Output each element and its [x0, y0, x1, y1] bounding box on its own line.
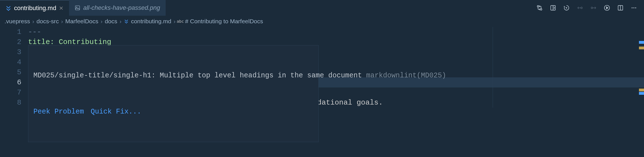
svg-point-3 [540, 9, 542, 10]
tooltip-source: markdownlint(MD025) [366, 71, 446, 80]
minimap-marker [639, 92, 644, 95]
markdown-icon [124, 19, 129, 24]
svg-point-14 [635, 7, 636, 8]
gutter: 1 2 3 4 5 6 7 8 [0, 27, 28, 108]
image-icon [75, 5, 80, 11]
overview-ruler[interactable] [639, 27, 644, 139]
next-change-icon[interactable] [590, 4, 597, 11]
line-number: 7 [17, 88, 21, 97]
chevron-right-icon: › [101, 18, 102, 25]
chevron-right-icon: › [61, 18, 63, 25]
more-icon[interactable] [631, 4, 637, 11]
tooltip-text: MD025/single-title/single-h1: Multiple t… [33, 71, 366, 80]
breadcrumb-segment[interactable]: # Contributing to MarfeelDocs [185, 18, 263, 25]
svg-point-2 [537, 6, 539, 7]
editor-toolbar [536, 4, 644, 11]
svg-point-12 [632, 7, 633, 8]
split-editor-icon[interactable] [617, 4, 624, 11]
tab-image[interactable]: all-checks-have-passed.png [69, 0, 166, 16]
breadcrumb-segment[interactable]: .vuepress [4, 18, 30, 25]
peek-problem-link[interactable]: Peek Problem [33, 107, 84, 117]
minimap-marker [639, 89, 644, 91]
svg-rect-0 [76, 6, 80, 10]
breadcrumb[interactable]: .vuepress › docs-src › MarfeelDocs › doc… [0, 16, 644, 27]
markdown-icon [6, 5, 11, 11]
code-content[interactable]: --- title: Contributing MD025/single-tit… [28, 27, 644, 108]
breadcrumb-segment[interactable]: docs [105, 18, 117, 25]
prev-change-icon[interactable] [577, 4, 583, 11]
problem-hover-tooltip: MD025/single-title/single-h1: Multiple t… [28, 45, 319, 142]
tab-contributing[interactable]: contributing.md [0, 0, 69, 16]
chevron-right-icon: › [173, 18, 175, 25]
chevron-right-icon: › [120, 18, 122, 25]
code-editor[interactable]: 1 2 3 4 5 6 7 8 --- title: Contributing … [0, 27, 644, 108]
svg-point-8 [591, 7, 593, 9]
svg-point-7 [581, 7, 583, 9]
git-compare-icon[interactable] [536, 4, 543, 11]
line-number: 8 [17, 98, 21, 107]
breadcrumb-segment[interactable]: docs-src [36, 18, 59, 25]
svg-point-13 [633, 7, 634, 8]
line-number: 3 [17, 48, 21, 56]
tab-label: all-checks-have-passed.png [83, 4, 160, 11]
line-number: 5 [17, 68, 21, 77]
tooltip-message: MD025/single-title/single-h1: Multiple t… [33, 70, 313, 81]
line-number: 4 [17, 58, 21, 66]
minimap-marker [639, 47, 644, 49]
line-number: 6 [17, 78, 21, 87]
svg-point-6 [566, 8, 567, 8]
tab-bar: contributing.md all-checks-have-passed.p… [0, 0, 644, 16]
breadcrumb-segment[interactable]: MarfeelDocs [65, 18, 98, 25]
line-number: 1 [17, 28, 21, 36]
close-icon[interactable] [59, 6, 63, 10]
quick-fix-link[interactable]: Quick Fix... [91, 107, 141, 117]
minimap-marker [639, 41, 644, 44]
revert-icon[interactable] [563, 4, 570, 11]
chevron-right-icon: › [32, 18, 34, 25]
breadcrumb-segment[interactable]: contributing.md [131, 18, 172, 25]
tab-label: contributing.md [14, 4, 56, 12]
code-token: --- [28, 28, 41, 36]
preview-icon[interactable] [550, 4, 556, 11]
symbol-text-icon: abc [178, 19, 183, 24]
ruler [493, 27, 493, 108]
line-number: 2 [17, 38, 21, 46]
svg-point-1 [76, 7, 77, 8]
run-icon[interactable] [604, 4, 610, 11]
